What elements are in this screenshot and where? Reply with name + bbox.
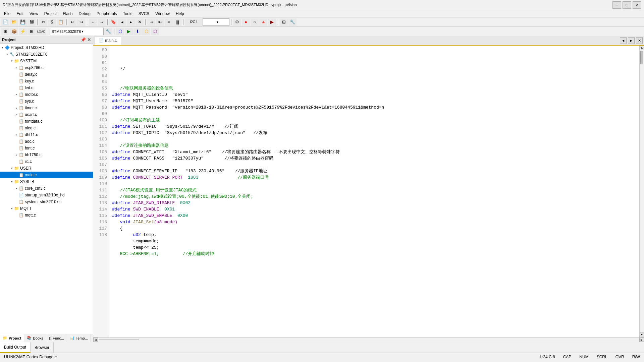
cut-button[interactable]: ✂ <box>39 18 47 26</box>
open-file-button[interactable]: 📂 <box>10 18 18 26</box>
right-scrollbar[interactable]: ▲ ▼ <box>639 46 644 337</box>
tree-item-SYSTEM[interactable]: ▾📁SYSTEM <box>0 58 93 64</box>
expand-icon[interactable]: ▾ <box>9 58 14 64</box>
build-all-button[interactable]: ▶ <box>125 28 133 35</box>
stop-button[interactable]: ○ <box>251 18 259 26</box>
expand-icon[interactable]: ▸ <box>14 132 19 138</box>
close-button[interactable]: ✕ <box>633 1 641 9</box>
bookmark-button[interactable]: 🔖 <box>109 18 117 26</box>
menu-item-debug[interactable]: Debug <box>76 11 93 17</box>
tree-item-fontdata-c[interactable]: 📋fontdata.c <box>0 118 93 125</box>
device-dropdown[interactable]: STM32F103ZET6 ▼ <box>50 28 104 35</box>
tree-item-startup-stm32f10x-hd[interactable]: 📄startup_stm32f10x_hd <box>0 192 93 198</box>
align-button[interactable]: ||| <box>173 18 181 26</box>
redo-button[interactable]: ↪ <box>77 18 85 26</box>
main-c-tab[interactable]: 📄 main.c <box>95 36 121 45</box>
menu-item-view[interactable]: View <box>27 11 41 17</box>
bottom-tab-browser[interactable]: Browser <box>31 342 54 353</box>
expand-icon[interactable]: ▸ <box>14 112 19 118</box>
tree-item-esp8266-c[interactable]: ▸📋esp8266.c <box>0 64 93 71</box>
config-dropdown[interactable]: ▼ <box>203 18 229 26</box>
rtos-button[interactable]: ⬡ <box>151 28 159 35</box>
window-layout-button[interactable]: ⊞ <box>280 18 288 26</box>
tree-item-main-c[interactable]: 📋main.c <box>0 172 93 178</box>
tree-item-iic-c[interactable]: 📋iic.c <box>0 158 93 165</box>
expand-icon[interactable]: ▸ <box>14 92 19 98</box>
tree-item-STM32F103ZET6[interactable]: ▾🔧STM32F103ZET6 <box>0 51 93 58</box>
event-button[interactable]: ⚡ <box>19 28 27 35</box>
sidebar-tab-func---[interactable]: {}Func... <box>46 334 67 342</box>
multi-btn[interactable]: ⊞ <box>28 28 36 35</box>
tree-item-usart-c[interactable]: ▸📋usart.c <box>0 111 93 118</box>
expand-icon[interactable]: ▾ <box>9 205 14 212</box>
menu-item-help[interactable]: Help <box>173 11 187 17</box>
indent-button[interactable]: ⇥ <box>147 18 155 26</box>
tree-item-SYSLIB[interactable]: ▾📁SYSLIB <box>0 178 93 185</box>
scroll-up-button[interactable]: ▲ <box>640 46 644 50</box>
unindent-button[interactable]: ⇤ <box>156 18 164 26</box>
tree-item-core-cm3-c[interactable]: ▸📋core_cm3.c <box>0 185 93 192</box>
tree-item-delay-c[interactable]: 📋delay.c <box>0 71 93 78</box>
tab-close-button[interactable]: ✕ <box>636 37 643 44</box>
load-btn[interactable]: LOAD <box>36 28 46 35</box>
minimize-button[interactable]: ─ <box>612 1 621 9</box>
expand-icon[interactable]: ▾ <box>9 165 14 171</box>
tree-item-adc-c[interactable]: 📋adc.c <box>0 138 93 145</box>
download-button[interactable]: ⬇ <box>133 28 142 35</box>
tree-item-oled-c[interactable]: 📋oled.c <box>0 125 93 131</box>
format-button[interactable]: ≡ <box>165 18 173 26</box>
start-stop-debug-button[interactable]: ⬡ <box>142 28 150 35</box>
tree-item-system-stm32f10x-c[interactable]: 📋system_stm32f10x.c <box>0 198 93 205</box>
sidebar-close-icon[interactable]: ✕ <box>87 37 91 42</box>
hscroll-thumb[interactable] <box>99 340 139 340</box>
expand-icon[interactable]: ▸ <box>14 65 19 71</box>
tree-item-MQTT[interactable]: ▾📁MQTT <box>0 205 93 212</box>
sidebar-dock-icon[interactable]: 📌 <box>80 37 86 42</box>
scroll-thumb[interactable] <box>640 51 643 64</box>
tree-item-dht11-c[interactable]: ▸📋dht11.c <box>0 131 93 138</box>
menu-item-project[interactable]: Project <box>42 11 59 17</box>
settings-button[interactable]: 🔧 <box>288 18 297 26</box>
undo-button[interactable]: ↩ <box>68 18 76 26</box>
copy-button[interactable]: ⎘ <box>48 18 56 26</box>
scroll-down-button[interactable]: ▼ <box>640 333 644 337</box>
tree-item-sys-c[interactable]: 📋sys.c <box>0 98 93 105</box>
sidebar-tab-temp---[interactable]: 📊Temp... <box>67 334 91 342</box>
tree-item-mqtt-c[interactable]: 📋mqtt.c <box>0 212 93 219</box>
menu-item-edit[interactable]: Edit <box>14 11 26 17</box>
target-options-button[interactable]: 🔧 <box>104 28 112 35</box>
build-btn[interactable]: I2C1 <box>185 18 202 26</box>
save-all-button[interactable]: 🖫 <box>28 18 36 26</box>
menu-item-window[interactable]: Window <box>153 11 172 17</box>
forward-button[interactable]: → <box>98 18 106 26</box>
expand-icon[interactable]: ▸ <box>14 152 19 158</box>
maximize-button[interactable]: □ <box>623 1 631 9</box>
expand-icon[interactable]: ▸ <box>14 185 19 191</box>
new-file-button[interactable]: 📄 <box>1 18 9 26</box>
tree-item-USER[interactable]: ▾📁USER <box>0 165 93 172</box>
prev-bookmark-button[interactable]: ◂ <box>118 18 126 26</box>
clear-bookmarks-button[interactable]: ✕ <box>136 18 144 26</box>
tree-item-font-c[interactable]: 📋font.c <box>0 145 93 152</box>
back-button[interactable]: ← <box>89 18 97 26</box>
sidebar-tab-books[interactable]: 📚Books <box>24 334 46 342</box>
menu-item-tools[interactable]: Tools <box>120 11 135 17</box>
expand-icon[interactable]: ▾ <box>9 179 14 185</box>
hscroll-right-button[interactable]: ► <box>639 338 644 342</box>
tree-item-timer-c[interactable]: ▸📋timer.c <box>0 105 93 111</box>
paste-button[interactable]: 📋 <box>57 18 65 26</box>
tree-item-led-c[interactable]: 📋led.c <box>0 84 93 91</box>
tree-item-key-c[interactable]: 📋key.c <box>0 78 93 84</box>
debug-button[interactable]: 🔺 <box>259 18 267 26</box>
menu-item-svcs[interactable]: SVCS <box>136 11 152 17</box>
pack-button[interactable]: 📦 <box>10 28 18 35</box>
menu-item-flash[interactable]: Flash <box>60 11 75 17</box>
expand-icon[interactable]: ▾ <box>0 45 5 51</box>
start-debug-button[interactable]: ▶ <box>268 18 276 26</box>
tree-item-Project--STM32HD[interactable]: ▾🔷Project: STM32HD <box>0 44 93 51</box>
component-button[interactable]: ⊞ <box>1 28 9 35</box>
tab-scroll-right-button[interactable]: ► <box>628 37 635 44</box>
bottom-scrollbar[interactable]: ◄ ► <box>93 337 644 342</box>
hscroll-left-button[interactable]: ◄ <box>93 338 98 342</box>
tree-item-bh1750-c[interactable]: ▸📋bh1750.c <box>0 152 93 158</box>
